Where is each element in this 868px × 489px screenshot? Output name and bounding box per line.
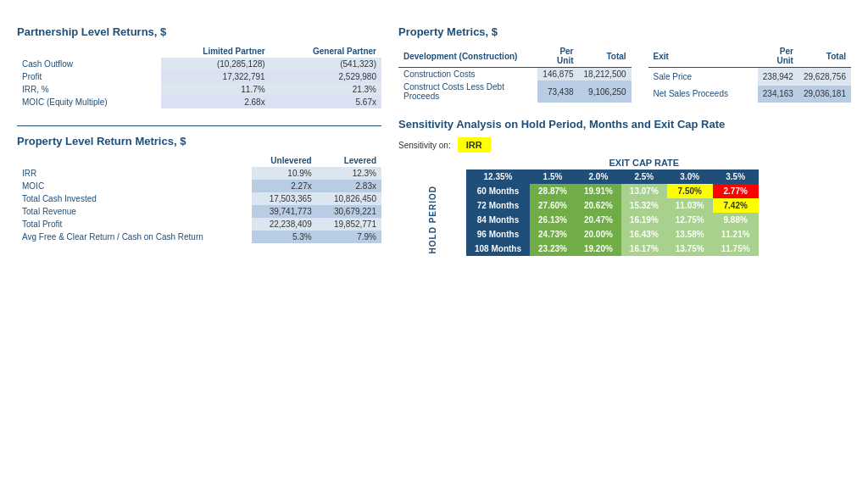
partnership-gp-header: General Partner (270, 45, 381, 58)
sens-cell: 11.21% (713, 227, 759, 242)
sensitivity-section: Sensitivity Analysis on Hold Period, Mon… (398, 118, 851, 256)
metrics-table: Unlevered Levered IRR 10.9% 12.3% MOIC 2… (17, 154, 381, 243)
row-levered: 12.3% (317, 167, 381, 180)
partnership-section: Partnership Level Returns, $ Limited Par… (17, 25, 381, 108)
table-row: Avg Free & Clear Return / Cash on Cash R… (17, 231, 381, 243)
sens-cell: 27.60% (530, 198, 576, 213)
exit-cap-rate-label: EXIT CAP RATE (530, 158, 759, 169)
property-metrics-section: Property Metrics, $ Development (Constru… (398, 25, 851, 103)
row-unlevered: 5.3% (252, 231, 316, 243)
property-metrics-title: Property Metrics, $ (398, 25, 851, 38)
sens-cell: 13.07% (621, 184, 667, 198)
development-table: Development (Construction) Per Unit Tota… (398, 45, 632, 103)
row-gp: 21.3% (270, 83, 381, 96)
cap-rate-2: 2.0% (576, 169, 621, 184)
exit-table: Exit Per Unit Total Sale Price 238,942 2… (648, 45, 851, 103)
row-per-unit: 238,942 (758, 68, 798, 86)
row-label: MOIC (17, 180, 252, 192)
exit-per-unit-header: Per Unit (758, 45, 798, 68)
row-label: Sale Price (648, 68, 758, 86)
row-period-label: 96 Months (466, 227, 530, 242)
sens-cell: 23.23% (530, 242, 576, 256)
row-total: 18,212,500 (579, 68, 632, 81)
dev-per-unit-header: Per Unit (537, 45, 578, 68)
row-gp: 5.67x (270, 96, 381, 108)
table-row: Net Sales Proceeds 234,163 29,036,181 (648, 86, 851, 103)
table-row: Total Cash Invested 17,503,365 10,826,45… (17, 192, 381, 205)
property-level-section: Property Level Return Metrics, $ Unlever… (17, 135, 381, 243)
row-unlevered: 10.9% (252, 167, 316, 180)
row-lp: 11.7% (161, 83, 270, 96)
sens-cell: 13.75% (667, 242, 713, 256)
sensitivity-title: Sensitivity Analysis on Hold Period, Mon… (398, 118, 851, 131)
row-label: Total Profit (17, 218, 252, 231)
metrics-unlevered-header: Unlevered (252, 154, 316, 167)
row-gp: (541,323) (270, 58, 381, 70)
row-per-unit: 73,438 (537, 81, 578, 103)
sens-cell: 28.87% (530, 184, 576, 198)
row-period-label: 84 Months (466, 213, 530, 227)
row-levered: 30,679,221 (317, 205, 381, 218)
row-label: Profit (17, 70, 161, 83)
table-row: Construction Costs 146,875 18,212,500 (398, 68, 632, 81)
row-unlevered: 39,741,773 (252, 205, 316, 218)
row-per-unit: 234,163 (758, 86, 798, 103)
row-levered: 19,852,771 (317, 218, 381, 231)
sens-cell: 12.75% (667, 213, 713, 227)
row-levered: 2.83x (317, 180, 381, 192)
row-levered: 7.9% (317, 231, 381, 243)
row-period-label: 60 Months (466, 184, 530, 198)
sens-cell: 16.19% (621, 213, 667, 227)
row-total: 29,628,756 (798, 68, 851, 86)
corner-cell: 12.35% (466, 169, 530, 184)
row-total: 9,106,250 (579, 81, 632, 103)
sens-cell: 16.43% (621, 227, 667, 242)
cap-rate-3: 2.5% (621, 169, 667, 184)
sens-cell: 11.03% (667, 198, 713, 213)
row-total: 29,036,181 (798, 86, 851, 103)
sens-cell: 2.77% (713, 184, 759, 198)
sens-cell: 19.20% (576, 242, 621, 256)
sens-cell: 24.73% (530, 227, 576, 242)
table-row: Profit 17,322,791 2,529,980 (17, 70, 381, 83)
sens-cell: 13.58% (667, 227, 713, 242)
cap-rate-1: 1.5% (530, 169, 576, 184)
table-row: Cash Outflow (10,285,128) (541,323) (17, 58, 381, 70)
row-label: IRR (17, 167, 252, 180)
cap-rate-5: 3.5% (713, 169, 759, 184)
row-gp: 2,529,980 (270, 70, 381, 83)
table-row: MOIC 2.27x 2.83x (17, 180, 381, 192)
sens-cell: 9.88% (713, 213, 759, 227)
row-label: Cash Outflow (17, 58, 161, 70)
row-levered: 10,826,450 (317, 192, 381, 205)
row-label: Avg Free & Clear Return / Cash on Cash R… (17, 231, 252, 243)
row-unlevered: 2.27x (252, 180, 316, 192)
row-label: Construct Costs Less Debt Proceeds (398, 81, 537, 103)
row-period-label: 72 Months (466, 198, 530, 213)
property-level-title: Property Level Return Metrics, $ (17, 135, 381, 147)
exit-header: Exit (648, 45, 758, 68)
sens-cell: 7.42% (713, 198, 759, 213)
row-lp: 17,322,791 (161, 70, 270, 83)
sens-cell: 20.47% (576, 213, 621, 227)
row-label: Total Cash Invested (17, 192, 252, 205)
table-row: Sale Price 238,942 29,628,756 (648, 68, 851, 86)
row-per-unit: 146,875 (537, 68, 578, 81)
sens-cell: 26.13% (530, 213, 576, 227)
sens-cell: 16.17% (621, 242, 667, 256)
row-label: MOIC (Equity Multiple) (17, 96, 161, 108)
sens-cell: 11.75% (713, 242, 759, 256)
sens-cell: 7.50% (667, 184, 713, 198)
row-label: Construction Costs (398, 68, 537, 81)
partnership-title: Partnership Level Returns, $ (17, 25, 381, 38)
sens-cell: 20.00% (576, 227, 621, 242)
table-row: MOIC (Equity Multiple) 2.68x 5.67x (17, 96, 381, 108)
partnership-table: Limited Partner General Partner Cash Out… (17, 45, 381, 108)
metrics-levered-header: Levered (317, 154, 381, 167)
row-unlevered: 17,503,365 (252, 192, 316, 205)
row-label: Total Revenue (17, 205, 252, 218)
dev-total-header: Total (579, 45, 632, 68)
table-row: Total Revenue 39,741,773 30,679,221 (17, 205, 381, 218)
sens-cell: 20.62% (576, 198, 621, 213)
row-label: Net Sales Proceeds (648, 86, 758, 103)
